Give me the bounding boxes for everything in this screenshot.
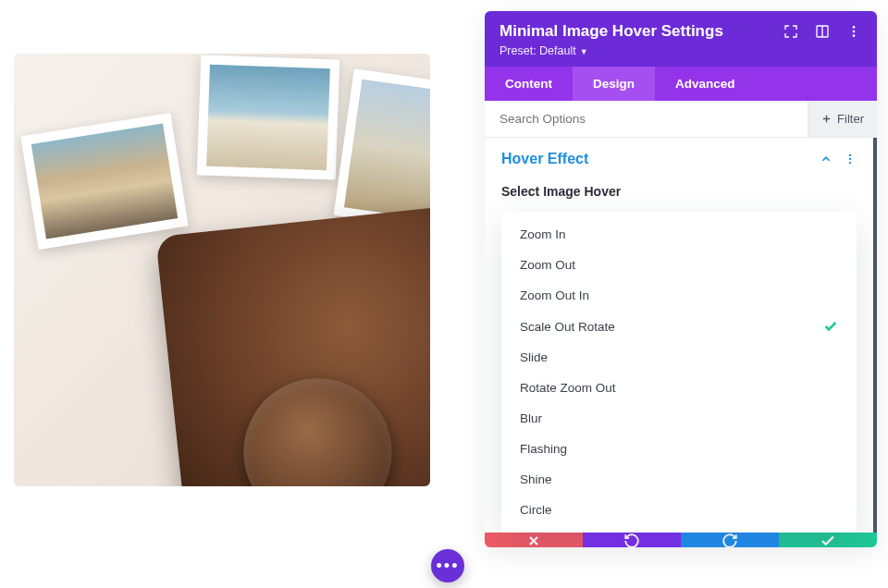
dropdown-option[interactable]: Zoom Out In: [501, 280, 857, 311]
option-label: Scale Out Rotate: [520, 320, 615, 334]
option-label: Flashing: [520, 442, 567, 456]
caret-down-icon: ▼: [580, 47, 588, 56]
redo-button[interactable]: [681, 533, 779, 547]
dropdown-option[interactable]: Slide: [501, 342, 857, 373]
svg-point-2: [853, 31, 856, 33]
svg-point-1: [853, 26, 856, 29]
preview-image: [14, 54, 430, 486]
option-label: Zoom Out: [520, 258, 575, 272]
polaroid-photo: [197, 55, 339, 179]
svg-point-6: [849, 162, 851, 164]
save-button[interactable]: [779, 533, 877, 547]
svg-point-3: [853, 34, 856, 37]
search-input[interactable]: [485, 101, 808, 137]
section-more-icon[interactable]: [844, 153, 857, 165]
panel-title: Minimal Image Hover Settings: [500, 22, 723, 41]
more-vertical-icon[interactable]: [845, 23, 862, 40]
dropdown-option[interactable]: Scale Out Rotate: [501, 311, 857, 342]
dropdown-option[interactable]: Rotate Zoom Out: [501, 373, 857, 403]
tabs: Content Design Advanced: [485, 67, 877, 101]
svg-point-4: [849, 154, 851, 156]
section-header: Hover Effect: [501, 151, 857, 167]
option-label: Rotate Zoom Out: [520, 381, 616, 395]
panel-footer: [485, 533, 877, 547]
preset-label: Preset: Default: [500, 44, 576, 57]
svg-point-5: [849, 158, 851, 160]
camera-case: [155, 205, 430, 486]
panel-header: Minimal Image Hover Settings Preset: Def…: [485, 11, 877, 67]
tab-advanced[interactable]: Advanced: [655, 67, 756, 101]
option-label: Shine: [520, 472, 552, 486]
dropdown-option[interactable]: Zoom In: [501, 219, 857, 250]
option-label: Slide: [520, 350, 548, 364]
dropdown-option[interactable]: Circle: [501, 495, 857, 525]
settings-panel: Minimal Image Hover Settings Preset: Def…: [485, 11, 877, 547]
collapse-section-button[interactable]: [820, 153, 832, 165]
hover-effect-dropdown: Zoom InZoom OutZoom Out InScale Out Rota…: [501, 212, 857, 533]
filter-label: Filter: [837, 112, 864, 126]
preset-selector[interactable]: Preset: Default▼: [500, 44, 862, 57]
dropdown-option[interactable]: Flashing: [501, 434, 857, 464]
field-label: Select Image Hover: [501, 184, 857, 199]
check-icon: [823, 319, 838, 334]
dropdown-option[interactable]: Blur: [501, 403, 857, 434]
section-title: Hover Effect: [501, 151, 588, 167]
dropdown-option[interactable]: Shine: [501, 464, 857, 495]
polaroid-photo: [20, 113, 188, 250]
option-label: Zoom In: [520, 227, 566, 241]
filter-button[interactable]: Filter: [808, 101, 877, 137]
panel-body: Hover Effect Select Image Hover Zoom InZ…: [485, 138, 877, 533]
tab-design[interactable]: Design: [573, 67, 655, 101]
columns-icon[interactable]: [814, 23, 831, 40]
cancel-button[interactable]: [485, 533, 583, 547]
option-label: Circle: [520, 503, 552, 517]
tab-content[interactable]: Content: [485, 67, 573, 101]
plus-icon: [821, 114, 832, 124]
expand-panel-button[interactable]: •••: [431, 549, 464, 582]
option-label: Zoom Out In: [520, 288, 589, 302]
search-bar: Filter: [485, 101, 877, 138]
fullscreen-icon[interactable]: [783, 23, 799, 40]
dropdown-option[interactable]: Zoom Out: [501, 250, 857, 280]
panel-header-actions: [783, 23, 862, 40]
option-label: Blur: [520, 411, 542, 425]
undo-button[interactable]: [583, 533, 681, 547]
